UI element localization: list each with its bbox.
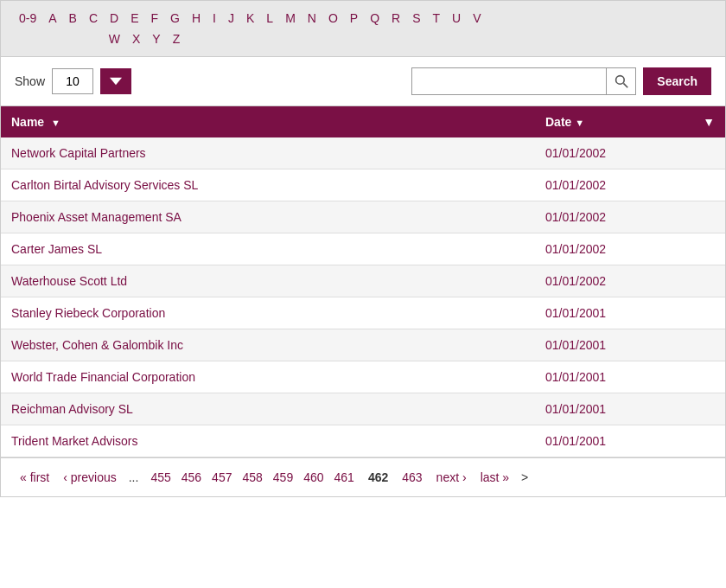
name-cell[interactable]: Webster, Cohen & Galombik Inc	[1, 329, 535, 361]
alpha-link-z[interactable]: Z	[169, 30, 185, 48]
table-row: Webster, Cohen & Galombik Inc01/01/2001	[1, 329, 725, 361]
alpha-link-a[interactable]: A	[44, 10, 60, 27]
ellipsis: ...	[125, 469, 143, 486]
alpha-link-e[interactable]: E	[126, 10, 143, 27]
pagination: « first ‹ previous ... 45545645745845946…	[1, 457, 725, 496]
page-link-458[interactable]: 458	[237, 469, 267, 486]
alpha-link-b[interactable]: B	[65, 10, 81, 27]
alpha-link-s[interactable]: S	[408, 10, 424, 27]
prev-page-link[interactable]: ‹ previous	[58, 469, 121, 486]
alpha-link-w[interactable]: W	[105, 30, 124, 48]
table-row: Carter James SL01/01/2002	[1, 233, 725, 265]
name-cell[interactable]: Carter James SL	[1, 233, 535, 265]
table-row: Carlton Birtal Advisory Services SL01/01…	[1, 169, 725, 201]
next-pages: 463	[397, 470, 427, 484]
table-row: Network Capital Partners01/01/2002	[1, 137, 725, 169]
date-col-end-icon: ▼	[703, 115, 715, 129]
alpha-link-x[interactable]: X	[128, 30, 144, 48]
results-table: Name ▼ Date▼ ▼ Network Capital Partners0…	[1, 106, 725, 457]
alpha-link-o[interactable]: O	[324, 10, 342, 27]
date-sort-icon: ▼	[575, 118, 584, 128]
alpha-link-u[interactable]: U	[448, 10, 465, 27]
table-row: Stanley Riebeck Corporation01/01/2001	[1, 297, 725, 329]
alpha-nav: 0-9ABCDEFGHIJKLMNOPQRSTUV WXYZ	[1, 1, 725, 57]
page-link-459[interactable]: 459	[268, 469, 298, 486]
chevron-down-icon	[110, 75, 122, 87]
date-cell: 01/01/2001	[535, 393, 725, 425]
name-cell[interactable]: Waterhouse Scott Ltd	[1, 265, 535, 297]
name-cell[interactable]: Trident Market Advisors	[1, 425, 535, 457]
alpha-link-t[interactable]: T	[429, 10, 445, 27]
page-link-463[interactable]: 463	[397, 469, 427, 486]
date-cell: 01/01/2001	[535, 329, 725, 361]
search-icon-button[interactable]	[606, 68, 635, 94]
show-dropdown-button[interactable]	[100, 68, 131, 94]
first-page-link[interactable]: « first	[15, 469, 54, 486]
alpha-link-09[interactable]: 0-9	[15, 10, 41, 27]
alpha-link-m[interactable]: M	[281, 10, 300, 27]
alpha-link-p[interactable]: P	[346, 10, 362, 27]
alpha-link-l[interactable]: L	[262, 10, 277, 27]
table-row: Trident Market Advisors01/01/2001	[1, 425, 725, 457]
alpha-link-y[interactable]: Y	[148, 30, 164, 48]
table-row: World Trade Financial Corporation01/01/2…	[1, 361, 725, 393]
date-column-header[interactable]: Date▼ ▼	[535, 106, 725, 137]
show-count-input[interactable]	[52, 68, 93, 94]
date-cell: 01/01/2002	[535, 201, 725, 233]
search-button[interactable]: Search	[643, 67, 711, 95]
alpha-row-1: 0-9ABCDEFGHIJKLMNOPQRSTUV	[15, 10, 711, 27]
alpha-link-g[interactable]: G	[166, 10, 184, 27]
date-cell: 01/01/2001	[535, 425, 725, 457]
name-sort-icon: ▼	[51, 118, 60, 128]
name-cell[interactable]: Stanley Riebeck Corporation	[1, 297, 535, 329]
alpha-link-c[interactable]: C	[85, 10, 102, 27]
table-body: Network Capital Partners01/01/2002Carlto…	[1, 137, 725, 457]
gt-symbol: >	[518, 469, 532, 486]
page-link-455[interactable]: 455	[145, 469, 175, 486]
table-row: Waterhouse Scott Ltd01/01/2002	[1, 265, 725, 297]
alpha-link-i[interactable]: I	[208, 10, 220, 27]
search-input[interactable]	[412, 68, 606, 94]
date-cell: 01/01/2002	[535, 137, 725, 169]
current-page: 462	[363, 469, 393, 486]
table-row: Reichman Advisory SL01/01/2001	[1, 393, 725, 425]
alpha-link-j[interactable]: J	[224, 10, 239, 27]
controls-bar: Show Search	[1, 57, 725, 106]
alpha-row-2: WXYZ	[15, 30, 274, 48]
magnifier-icon	[615, 74, 628, 88]
svg-point-0	[615, 76, 624, 85]
page-link-461[interactable]: 461	[329, 469, 360, 486]
name-column-header[interactable]: Name ▼	[1, 106, 535, 137]
alpha-link-r[interactable]: R	[387, 10, 404, 27]
date-cell: 01/01/2002	[535, 169, 725, 201]
date-cell: 01/01/2002	[535, 265, 725, 297]
alpha-link-n[interactable]: N	[303, 10, 321, 27]
name-cell[interactable]: Carlton Birtal Advisory Services SL	[1, 169, 535, 201]
page-numbers: 455456457458459460461	[145, 470, 360, 484]
table-header-row: Name ▼ Date▼ ▼	[1, 106, 725, 137]
name-cell[interactable]: World Trade Financial Corporation	[1, 361, 535, 393]
date-cell: 01/01/2002	[535, 233, 725, 265]
search-input-wrap	[411, 67, 636, 95]
page-link-457[interactable]: 457	[207, 469, 237, 486]
alpha-link-f[interactable]: F	[147, 10, 163, 27]
page-link-460[interactable]: 460	[298, 469, 328, 486]
date-cell: 01/01/2001	[535, 361, 725, 393]
svg-line-1	[623, 83, 627, 87]
show-label: Show	[15, 74, 45, 88]
alpha-link-q[interactable]: Q	[366, 10, 384, 27]
alpha-link-h[interactable]: H	[188, 10, 205, 27]
last-page-link[interactable]: last »	[475, 469, 514, 486]
name-cell[interactable]: Network Capital Partners	[1, 137, 535, 169]
table-row: Phoenix Asset Management SA01/01/2002	[1, 201, 725, 233]
alpha-link-k[interactable]: K	[242, 10, 258, 27]
page-link-456[interactable]: 456	[176, 469, 207, 486]
name-cell[interactable]: Phoenix Asset Management SA	[1, 201, 535, 233]
alpha-link-v[interactable]: V	[468, 10, 485, 27]
name-cell[interactable]: Reichman Advisory SL	[1, 393, 535, 425]
alpha-link-d[interactable]: D	[105, 10, 123, 27]
next-page-link[interactable]: next ›	[431, 469, 472, 486]
date-cell: 01/01/2001	[535, 297, 725, 329]
main-container: 0-9ABCDEFGHIJKLMNOPQRSTUV WXYZ Show Sear…	[0, 0, 726, 497]
